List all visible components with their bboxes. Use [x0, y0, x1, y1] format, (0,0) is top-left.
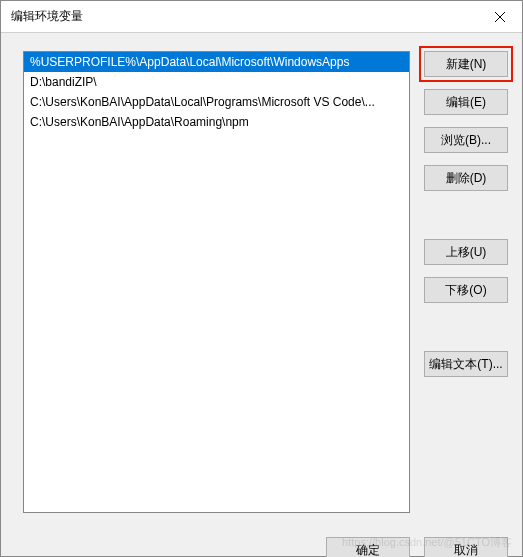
- list-item[interactable]: D:\bandiZIP\: [24, 72, 409, 92]
- cancel-button[interactable]: 取消: [424, 537, 508, 557]
- dialog-window: 编辑环境变量 %USERPROFILE%\AppData\Local\Micro…: [0, 0, 523, 557]
- ok-button[interactable]: 确定: [326, 537, 410, 557]
- path-listbox[interactable]: %USERPROFILE%\AppData\Local\Microsoft\Wi…: [23, 51, 410, 513]
- list-item[interactable]: C:\Users\KonBAI\AppData\Local\Programs\M…: [24, 92, 409, 112]
- close-button[interactable]: [477, 1, 522, 33]
- dialog-title: 编辑环境变量: [11, 8, 477, 25]
- dialog-footer: 确定 取消: [1, 527, 522, 557]
- titlebar: 编辑环境变量: [1, 1, 522, 33]
- move-down-button[interactable]: 下移(O): [424, 277, 508, 303]
- dialog-content: %USERPROFILE%\AppData\Local\Microsoft\Wi…: [1, 33, 522, 527]
- new-button[interactable]: 新建(N): [424, 51, 508, 77]
- close-icon: [495, 12, 505, 22]
- edit-text-button[interactable]: 编辑文本(T)...: [424, 351, 508, 377]
- button-column: 新建(N) 编辑(E) 浏览(B)... 删除(D) 上移(U) 下移(O) 编…: [424, 51, 508, 513]
- list-item[interactable]: C:\Users\KonBAI\AppData\Roaming\npm: [24, 112, 409, 132]
- edit-button[interactable]: 编辑(E): [424, 89, 508, 115]
- move-up-button[interactable]: 上移(U): [424, 239, 508, 265]
- delete-button[interactable]: 删除(D): [424, 165, 508, 191]
- list-item[interactable]: %USERPROFILE%\AppData\Local\Microsoft\Wi…: [24, 52, 409, 72]
- browse-button[interactable]: 浏览(B)...: [424, 127, 508, 153]
